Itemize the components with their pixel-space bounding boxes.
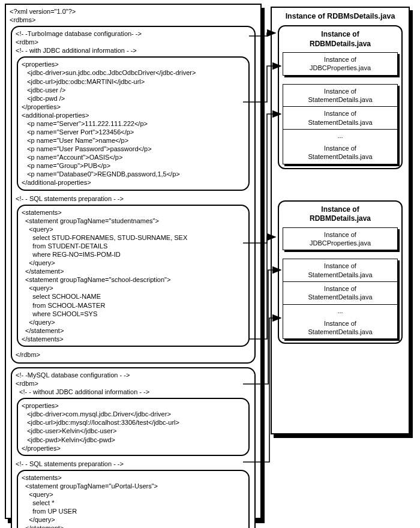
addl-props-close: </additional-properties> [22, 178, 245, 187]
jdbc-driver: <jdbc-driver>com.mysql.jdbc.Driver</jdbc… [22, 410, 245, 418]
properties-block-2: <properties> <jdbc-driver>com.mysql.jdbc… [17, 398, 250, 455]
comment: <!- - SQL statements preparation - -> [16, 460, 251, 468]
comment: <!- - SQL statements preparation - -> [16, 194, 251, 203]
statement-details-stack: Instance of StatementDetails.java Instan… [283, 259, 398, 339]
rdbm-close-tag: </rdbm> [16, 350, 251, 359]
xml-config-panel: <?xml version="1.0"?> <rdbms> <!- -Turbo… [5, 4, 262, 519]
statement-details-stack: Instance of StatementDetails.java Instan… [283, 84, 398, 164]
jdbc-user: <jdbc-user>Kelvin</jdbc-user> [22, 427, 245, 435]
java-instances-panel: Instance of RDBMsDetails.java Instance o… [271, 7, 410, 434]
statements-open: <statements> [22, 208, 245, 217]
statement-details-instance: Instance of StatementDetails.java [283, 84, 398, 107]
properties-open: <properties> [22, 401, 245, 410]
jdbc-pwd: <jdbc-pwd /> [22, 94, 245, 103]
statement-close: </statement> [22, 267, 245, 275]
ellipsis: ... [283, 305, 398, 317]
query-line: where REG-NO=IMS-POM-ID [22, 250, 245, 259]
comment: <!- -TurboImage database configuration- … [16, 29, 251, 38]
prop-database0: <p name="Database0">REGNDB,password,1,5<… [22, 170, 245, 178]
query-close: </query> [22, 515, 245, 524]
properties-open: <properties> [22, 60, 245, 68]
query-line: select SCHOOL-NAME [22, 292, 245, 301]
rdbms-details-title: Instance of RDBMsDetails.java [274, 10, 406, 25]
instance-title: Instance of RDBMDetails.java [283, 205, 398, 224]
properties-block-1: <properties> <jdbc-driver>sun.jdbc.odbc.… [17, 56, 250, 190]
addl-props-open: <additional-properties> [22, 111, 245, 119]
query-line: where SCHOOL=SYS [22, 310, 245, 318]
jdbc-driver: <jdbc-driver>sun.jdbc.odbc.JdbcOdbcDrive… [22, 68, 245, 77]
instance-title: Instance of RDBMDetails.java [283, 30, 398, 49]
properties-close: </properties> [22, 103, 245, 111]
query-line: from SCHOOL-MASTER [22, 301, 245, 310]
statement-details-instance: Instance of StatementDetails.java [283, 142, 398, 164]
rdbm-open-tag: <rdbm> [16, 38, 251, 46]
rdbm-block-mysql: <!- -MySQL database configuration - -> <… [11, 367, 256, 528]
rdbm-details-instance-2: Instance of RDBMDetails.java Instance of… [278, 200, 403, 344]
statements-close: </statements> [22, 335, 245, 343]
jdbc-user: <jdbc-user /> [22, 86, 245, 94]
prop-user-password: <p name="User Password">password</p> [22, 145, 245, 153]
rdbm-open-tag: <rdbm> [16, 379, 251, 388]
statement-close: </statement> [22, 524, 245, 528]
ellipsis: ... [283, 130, 398, 142]
jdbc-url: <jdbc-url>jdbc:odbc:MARTINI</jdbc-url> [22, 77, 245, 86]
statement-details-instance: Instance of StatementDetails.java [283, 259, 398, 282]
rdbms-open-tag: <rdbms> [10, 16, 257, 24]
query-open: <query> [22, 490, 245, 499]
statement-open: <statement groupTagName="uPortal-Users"> [22, 482, 245, 490]
statement-details-instance: Instance of StatementDetails.java [283, 107, 398, 130]
jdbc-pwd: <jdbc-pwd>Kelvin</jdbc-pwd> [22, 436, 245, 444]
query-close: </query> [22, 259, 245, 267]
query-close: </query> [22, 318, 245, 326]
prop-server-port: <p name="Server Port">123456</p> [22, 128, 245, 136]
query-open: <query> [22, 284, 245, 292]
jdbc-properties-instance: Instance of JDBCProperties.java [283, 52, 398, 76]
comment: <!- - with JDBC additional information -… [16, 46, 251, 55]
statement-details-instance: Instance of StatementDetails.java [283, 282, 398, 305]
rdbm-details-instance-1: Instance of RDBMDetails.java Instance of… [278, 25, 403, 169]
prop-server: <p name="Server">111.222.111.222</p> [22, 119, 245, 128]
xml-declaration: <?xml version="1.0"?> [10, 7, 257, 16]
prop-user-name: <p name="User Name">name</p> [22, 136, 245, 145]
statements-block-2: <statements> <statement groupTagName="uP… [17, 470, 250, 528]
prop-group: <p name="Group">PUB</p> [22, 161, 245, 170]
properties-close: </properties> [22, 444, 245, 452]
statements-block-1: <statements> <statement groupTagName="st… [17, 205, 250, 347]
jdbc-properties-instance: Instance of JDBCProperties.java [283, 227, 398, 251]
statement-open: <statement groupTagName="school-descript… [22, 275, 245, 284]
comment: <!- -MySQL database configuration - -> [16, 371, 251, 379]
query-line: from UP USER [22, 507, 245, 515]
query-line: select * [22, 499, 245, 507]
query-open: <query> [22, 225, 245, 233]
jdbc-url: <jdbc-url>jdbc:mysql://localhost:3306/te… [22, 418, 245, 427]
statements-open: <statements> [22, 473, 245, 482]
statement-details-instance: Instance of StatementDetails.java [283, 317, 398, 340]
statement-close: </statement> [22, 326, 245, 335]
comment: <!- - without JDBC additional informatio… [16, 388, 251, 396]
query-line: select STUD-FORENAMES, STUD-SURNAME, SEX [22, 233, 245, 242]
query-line: from STUDENT-DETAILS [22, 242, 245, 250]
prop-account: <p name="Account">OASIS</p> [22, 153, 245, 161]
rdbm-block-turboimage: <!- -TurboImage database configuration- … [11, 26, 256, 364]
statement-open: <statement groupTagName="studentnames"> [22, 217, 245, 225]
